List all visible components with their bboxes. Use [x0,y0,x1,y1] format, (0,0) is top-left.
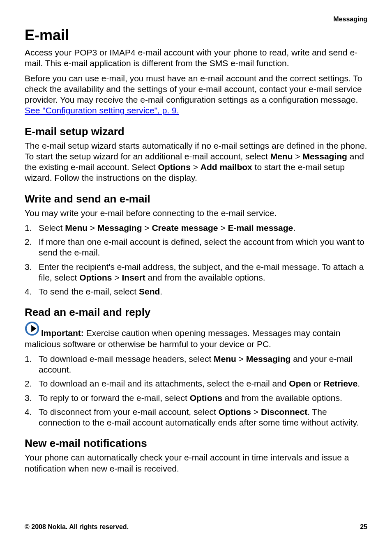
intro-text: Before you can use e-mail, you must have… [25,74,362,105]
important-note: Important: Exercise caution when opening… [25,321,367,350]
write-steps: 1. Select Menu > Messaging > Create mess… [25,223,367,297]
list-item: 3. Enter the recipient's e-mail address,… [25,262,367,283]
notifications-heading: New e-mail notifications [25,437,367,450]
list-item: 2. If more than one e-mail account is de… [25,237,367,258]
messaging-label: Messaging [302,152,347,161]
list-item: 1. Select Menu > Messaging > Create mess… [25,223,367,233]
list-item: 1. To download e-mail message headers, s… [25,354,367,375]
intro-paragraph-1: Access your POP3 or IMAP4 e-mail account… [25,47,367,69]
options-label: Options [158,162,191,172]
setup-paragraph: The e-mail setup wizard starts automatic… [25,140,367,184]
read-steps: 1. To download e-mail message headers, s… [25,354,367,428]
copyright-text: © 2008 Nokia. All rights reserved. [25,523,129,531]
notifications-text: Your phone can automatically check your … [25,452,367,474]
read-heading: Read an e-mail and reply [25,306,367,319]
config-link[interactable]: See "Configuration setting service", p. … [25,106,179,115]
page-footer: © 2008 Nokia. All rights reserved. 25 [25,523,367,531]
page-number: 25 [360,523,367,531]
section-header: Messaging [333,16,367,23]
important-icon [25,321,40,338]
write-heading: Write and send an e-mail [25,193,367,205]
add-mailbox-label: Add mailbox [201,162,252,172]
write-intro: You may write your e-mail before connect… [25,208,367,219]
menu-label: Menu [270,152,293,161]
list-item: 3. To reply to or forward the e-mail, se… [25,393,367,403]
list-item: 4. To disconnect from your e-mail accoun… [25,407,367,428]
important-label: Important: [41,328,84,338]
list-item: 4. To send the e-mail, select Send. [25,286,367,297]
intro-paragraph-2: Before you can use e-mail, you must have… [25,73,367,116]
setup-heading: E-mail setup wizard [25,125,367,138]
page-title: E-mail [25,27,367,44]
list-item: 2. To download an e-mail and its attachm… [25,378,367,389]
